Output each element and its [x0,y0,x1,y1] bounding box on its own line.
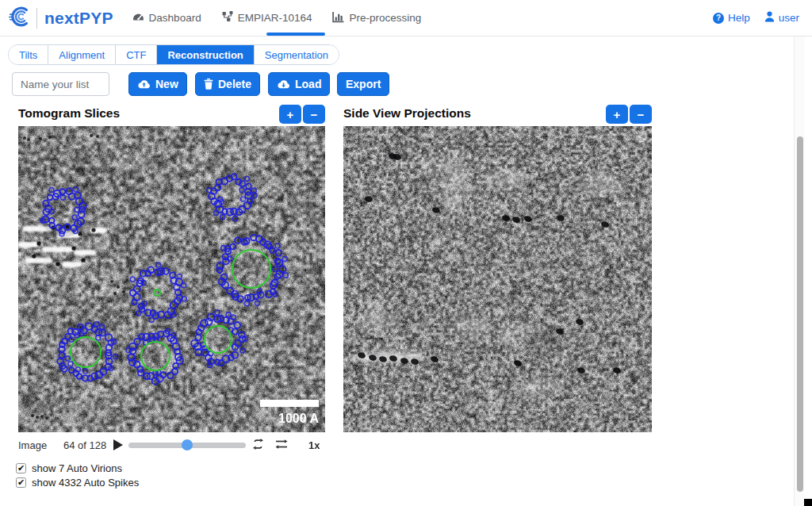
user-menu[interactable]: user [764,11,799,25]
scale-bar [260,400,319,407]
project-icon [222,11,233,25]
slice-slider[interactable] [128,443,246,448]
new-list-button[interactable]: New [128,72,187,96]
sideview-zoom-out-button[interactable]: − [630,105,652,124]
tomogram-panel-title: Tomogram Slices [18,106,120,121]
show-virions-label: show 7 Auto Virions [32,462,122,474]
tab-reconstruction[interactable]: Reconstruction [157,45,254,64]
help-link[interactable]: ? Help [713,12,750,24]
tomogram-zoom-in-button[interactable]: + [279,105,301,124]
nav-label-preprocessing: Pre-processing [349,12,421,24]
show-virions-checkbox[interactable]: ✔ [16,463,26,473]
tomogram-zoom-controls: + − [279,105,325,124]
logo-divider [36,8,37,29]
chart-icon [332,11,344,25]
nav-item-dashboard[interactable]: Dashboard [132,11,201,25]
sideview-panel-title: Side View Projections [343,106,471,121]
cloud-download-icon [277,79,290,90]
user-icon [764,11,775,25]
trash-icon [204,79,213,90]
slice-slider-thumb[interactable] [182,439,193,450]
show-spikes-toggle-row: ✔ show 4332 Auto Spikes [16,476,139,489]
delete-list-label: Delete [218,78,251,90]
image-label: Image [18,439,47,451]
show-spikes-checkbox[interactable]: ✔ [16,477,26,488]
nav-item-project[interactable]: EMPIAR-10164 [222,11,312,25]
nextpyp-app: nextPYP Dashboard [0,0,812,506]
image-position-label: 64 of 128 [63,439,106,451]
top-navbar: nextPYP Dashboard [0,0,812,36]
gauge-icon [132,11,144,25]
user-label: user [779,12,799,24]
nextpyp-logo[interactable]: nextPYP [8,5,113,32]
logo-text: nextPYP [44,9,113,28]
slice-player: Image 64 of 128 1x [0,437,333,454]
export-label: Export [346,78,381,90]
sideview-zoom-in-button[interactable]: + [606,105,628,124]
delete-list-button[interactable]: Delete [195,72,260,96]
cloud-upload-icon [137,79,151,90]
playback-speed-label: 1x [308,439,320,451]
vertical-scrollbar[interactable] [794,36,805,506]
help-label: Help [728,12,750,24]
export-button[interactable]: Export [337,72,389,96]
help-icon: ? [713,13,724,24]
tab-segmentation[interactable]: Segmentation [255,45,339,64]
nav-label-project: EMPIAR-10164 [238,12,312,24]
bounce-icon[interactable] [274,438,289,453]
side-view-panel [343,126,652,432]
sideview-zoom-controls: + − [606,105,652,124]
scale-bar-label: 1000 A [278,412,319,426]
tomogram-slice-panel: 1000 A [18,126,325,432]
play-button[interactable] [113,439,124,451]
corner-block [804,499,812,506]
show-virions-toggle-row: ✔ show 7 Auto Virions [16,462,122,474]
nav-item-preprocessing[interactable]: Pre-processing [332,11,421,25]
header-right: ? Help user [713,11,799,25]
tab-tilts[interactable]: Tilts [9,45,48,64]
load-list-button[interactable]: Load [268,72,330,96]
tab-ctf[interactable]: CTF [116,45,157,64]
show-spikes-label: show 4332 Auto Spikes [32,477,139,489]
new-list-label: New [155,78,178,90]
vertical-scrollbar-thumb[interactable] [797,136,803,492]
nav-label-dashboard: Dashboard [149,12,201,24]
list-name-input[interactable] [12,72,109,96]
breadcrumb-nav: Dashboard EMPIAR-10164 [132,11,422,25]
loop-icon[interactable] [251,438,265,453]
side-view-projection-image[interactable] [343,126,652,432]
tab-alignment[interactable]: Alignment [48,45,116,64]
active-nav-indicator [266,33,325,36]
tomogram-zoom-out-button[interactable]: − [303,105,325,124]
nextpyp-logo-icon [8,5,32,32]
tomogram-slice-image[interactable] [18,126,325,432]
load-list-label: Load [295,78,321,90]
block-tabs: Tilts Alignment CTF Reconstruction Segme… [8,44,339,65]
